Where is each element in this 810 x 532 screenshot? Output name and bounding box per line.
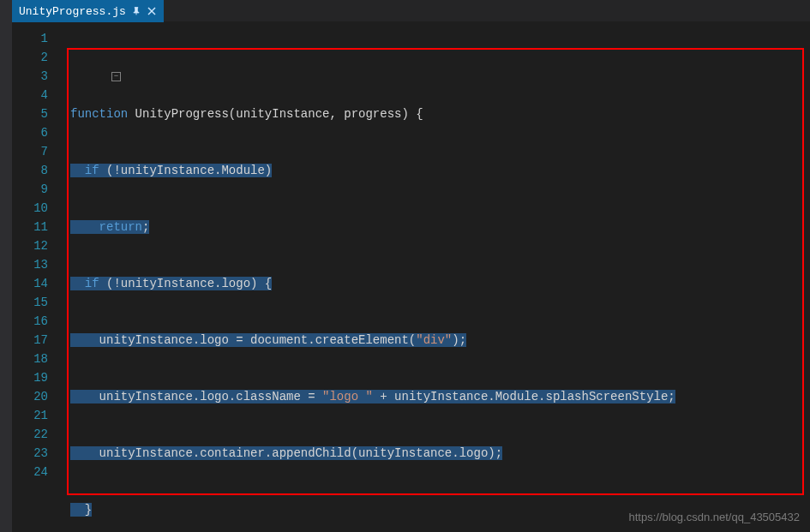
editor-window: UnityProgress.js 1 2 3 4 5 6 7 8 bbox=[0, 0, 810, 532]
fold-icon[interactable]: − bbox=[111, 72, 121, 81]
code-line[interactable]: unityInstance.container.appendChild(unit… bbox=[62, 444, 810, 463]
close-icon[interactable] bbox=[147, 6, 157, 16]
watermark-text: https://blog.csdn.net/qq_43505432 bbox=[629, 511, 801, 523]
code-area[interactable]: 1 2 3 4 5 6 7 8 9 10 11 12 13 14 15 16 1… bbox=[0, 22, 810, 532]
pin-icon[interactable] bbox=[131, 6, 141, 16]
tab-bar: UnityProgress.js bbox=[0, 0, 810, 22]
file-tab[interactable]: UnityProgress.js bbox=[12, 0, 164, 22]
code-text[interactable]: − function UnityProgress(unityInstance, … bbox=[62, 22, 810, 532]
code-line[interactable]: if (!unityInstance.Module) bbox=[62, 161, 810, 180]
code-line[interactable]: unityInstance.logo.className = "logo " +… bbox=[62, 387, 810, 406]
tab-filename: UnityProgress.js bbox=[19, 5, 126, 18]
code-line[interactable]: function UnityProgress(unityInstance, pr… bbox=[62, 105, 810, 123]
left-rail bbox=[0, 0, 12, 532]
code-line[interactable]: if (!unityInstance.logo) { bbox=[62, 274, 810, 293]
code-line[interactable]: unityInstance.logo = document.createElem… bbox=[62, 331, 810, 350]
code-line[interactable]: return; bbox=[62, 218, 810, 236]
